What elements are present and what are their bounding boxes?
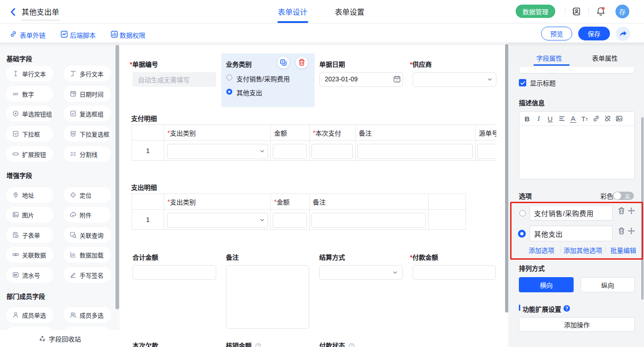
- svg-text:123: 123: [12, 92, 17, 96]
- svg-text:7: 7: [396, 79, 398, 82]
